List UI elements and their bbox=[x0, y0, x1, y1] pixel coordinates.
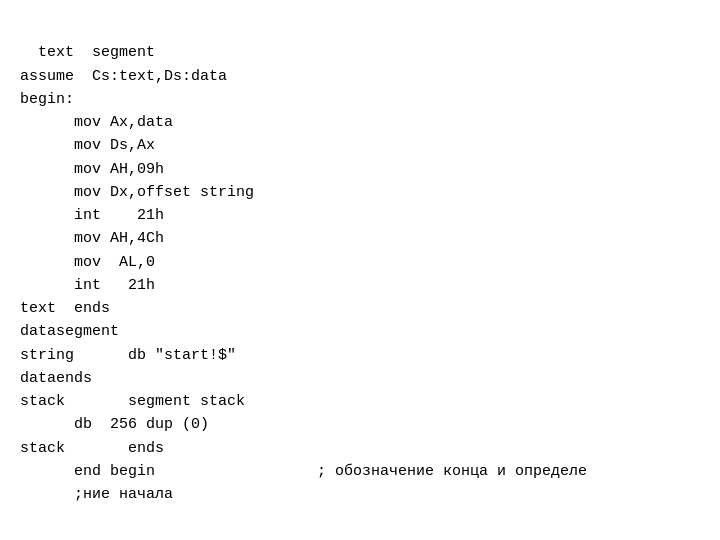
line-5: mov Ds,Ax bbox=[20, 137, 155, 154]
line-11: int 21h bbox=[20, 277, 155, 294]
line-13: datasegment bbox=[20, 323, 119, 340]
line-14: string db "start!$" bbox=[20, 347, 236, 364]
line-18: stack ends bbox=[20, 440, 164, 457]
line-1: text segment bbox=[38, 44, 155, 61]
line-16: stack segment stack bbox=[20, 393, 245, 410]
line-15: dataends bbox=[20, 370, 92, 387]
code-editor: text segment assume Cs:text,Ds:data begi… bbox=[20, 18, 700, 506]
line-9: mov AH,4Ch bbox=[20, 230, 164, 247]
line-4: mov Ax,data bbox=[20, 114, 173, 131]
line-19: end begin ; обозначение конца и определе bbox=[20, 463, 587, 480]
line-7: mov Dx,offset string bbox=[20, 184, 254, 201]
line-20: ;ние начала bbox=[20, 486, 173, 503]
line-10: mov AL,0 bbox=[20, 254, 155, 271]
line-12: text ends bbox=[20, 300, 110, 317]
line-3: begin: bbox=[20, 91, 74, 108]
line-17: db 256 dup (0) bbox=[20, 416, 209, 433]
line-6: mov AH,09h bbox=[20, 161, 164, 178]
line-8: int 21h bbox=[20, 207, 164, 224]
line-2: assume Cs:text,Ds:data bbox=[20, 68, 227, 85]
